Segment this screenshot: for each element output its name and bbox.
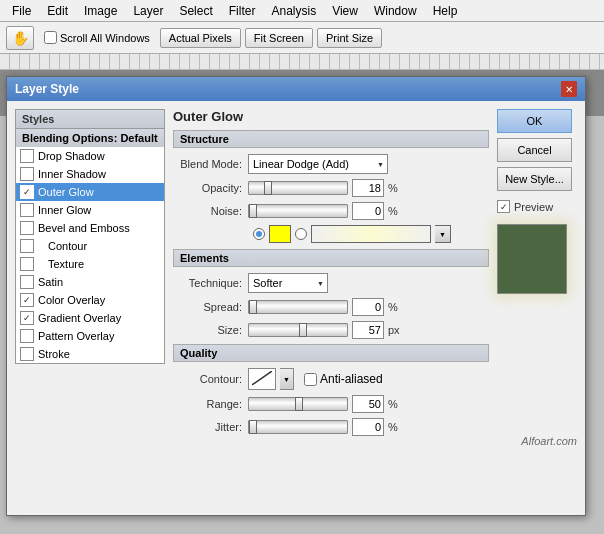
pattern-overlay-checkbox bbox=[20, 329, 34, 343]
dialog-close-button[interactable]: ✕ bbox=[561, 81, 577, 97]
size-input[interactable] bbox=[352, 321, 384, 339]
dialog-title: Layer Style bbox=[15, 82, 79, 96]
texture-label: Texture bbox=[48, 258, 84, 270]
style-item-blending-options[interactable]: Blending Options: Default bbox=[16, 129, 164, 147]
style-item-inner-shadow[interactable]: Inner Shadow bbox=[16, 165, 164, 183]
new-style-button[interactable]: New Style... bbox=[497, 167, 572, 191]
menu-select[interactable]: Select bbox=[171, 2, 220, 20]
blending-options-label: Blending Options: Default bbox=[22, 132, 158, 144]
contour-thumbnail[interactable] bbox=[248, 368, 276, 390]
range-input[interactable] bbox=[352, 395, 384, 413]
range-control: % bbox=[248, 395, 489, 413]
size-control: px bbox=[248, 321, 489, 339]
size-slider-track[interactable] bbox=[248, 323, 348, 337]
style-item-color-overlay[interactable]: Color Overlay bbox=[16, 291, 164, 309]
stroke-label: Stroke bbox=[38, 348, 70, 360]
blend-mode-control: Linear Dodge (Add) bbox=[248, 154, 489, 174]
noise-unit: % bbox=[388, 205, 406, 217]
gradient-dropdown-button[interactable]: ▼ bbox=[435, 225, 451, 243]
spread-slider-track[interactable] bbox=[248, 300, 348, 314]
opacity-input[interactable] bbox=[352, 179, 384, 197]
range-slider-track[interactable] bbox=[248, 397, 348, 411]
style-item-bevel-emboss[interactable]: Bevel and Emboss bbox=[16, 219, 164, 237]
contour-control: ▼ Anti-aliased bbox=[248, 368, 489, 390]
menu-image[interactable]: Image bbox=[76, 2, 125, 20]
style-item-drop-shadow[interactable]: Drop Shadow bbox=[16, 147, 164, 165]
preview-box bbox=[497, 224, 567, 294]
style-item-gradient-overlay[interactable]: Gradient Overlay bbox=[16, 309, 164, 327]
technique-row: Technique: Softer Precise bbox=[173, 273, 489, 293]
menu-analysis[interactable]: Analysis bbox=[263, 2, 324, 20]
size-slider-thumb[interactable] bbox=[299, 323, 307, 337]
menu-layer[interactable]: Layer bbox=[125, 2, 171, 20]
jitter-input[interactable] bbox=[352, 418, 384, 436]
print-size-button[interactable]: Print Size bbox=[317, 28, 382, 48]
preview-label-row: ✓ Preview bbox=[497, 200, 577, 213]
style-item-satin[interactable]: Satin bbox=[16, 273, 164, 291]
dialog-overlay: Layer Style ✕ Styles Blending Options: D… bbox=[2, 72, 604, 534]
style-item-inner-glow[interactable]: Inner Glow bbox=[16, 201, 164, 219]
ok-button[interactable]: OK bbox=[497, 109, 572, 133]
jitter-slider-thumb[interactable] bbox=[249, 420, 257, 434]
range-label: Range: bbox=[173, 398, 248, 410]
spread-slider-thumb[interactable] bbox=[249, 300, 257, 314]
menu-view[interactable]: View bbox=[324, 2, 366, 20]
menu-filter[interactable]: Filter bbox=[221, 2, 264, 20]
opacity-slider-track[interactable] bbox=[248, 181, 348, 195]
menu-window[interactable]: Window bbox=[366, 2, 425, 20]
elements-header: Elements bbox=[173, 249, 489, 267]
dialog-titlebar: Layer Style ✕ bbox=[7, 77, 585, 101]
layer-style-dialog: Layer Style ✕ Styles Blending Options: D… bbox=[6, 76, 586, 516]
style-item-texture[interactable]: Texture bbox=[16, 255, 164, 273]
gradient-preview[interactable] bbox=[311, 225, 431, 243]
size-row: Size: px bbox=[173, 321, 489, 339]
contour-checkbox bbox=[20, 239, 34, 253]
spread-input[interactable] bbox=[352, 298, 384, 316]
jitter-slider-track[interactable] bbox=[248, 420, 348, 434]
range-slider-thumb[interactable] bbox=[295, 397, 303, 411]
style-item-pattern-overlay[interactable]: Pattern Overlay bbox=[16, 327, 164, 345]
style-item-stroke[interactable]: Stroke bbox=[16, 345, 164, 363]
bevel-emboss-label: Bevel and Emboss bbox=[38, 222, 130, 234]
menu-file[interactable]: File bbox=[4, 2, 39, 20]
dialog-body: Styles Blending Options: Default Drop Sh… bbox=[7, 101, 585, 449]
menubar: File Edit Image Layer Select Filter Anal… bbox=[0, 0, 604, 22]
gradient-radio[interactable] bbox=[295, 228, 307, 240]
preview-checkbox[interactable]: ✓ bbox=[497, 200, 510, 213]
color-swatch[interactable] bbox=[269, 225, 291, 243]
noise-slider-track[interactable] bbox=[248, 204, 348, 218]
scroll-all-checkbox[interactable] bbox=[44, 31, 57, 44]
solid-color-radio[interactable] bbox=[253, 228, 265, 240]
noise-slider-thumb[interactable] bbox=[249, 204, 257, 218]
actual-pixels-button[interactable]: Actual Pixels bbox=[160, 28, 241, 48]
right-panel: OK Cancel New Style... ✓ Preview bbox=[497, 109, 577, 441]
drop-shadow-label: Drop Shadow bbox=[38, 150, 105, 162]
contour-field-label: Contour: bbox=[173, 373, 248, 385]
anti-aliased-checkbox[interactable] bbox=[304, 373, 317, 386]
spread-label: Spread: bbox=[173, 301, 248, 313]
scroll-all-label: Scroll All Windows bbox=[60, 32, 150, 44]
style-item-contour[interactable]: Contour bbox=[16, 237, 164, 255]
technique-select[interactable]: Softer Precise bbox=[248, 273, 328, 293]
style-item-outer-glow[interactable]: Outer Glow bbox=[16, 183, 164, 201]
fit-screen-button[interactable]: Fit Screen bbox=[245, 28, 313, 48]
drop-shadow-checkbox bbox=[20, 149, 34, 163]
toolbar: ✋ Scroll All Windows Actual Pixels Fit S… bbox=[0, 22, 604, 54]
size-label: Size: bbox=[173, 324, 248, 336]
noise-label: Noise: bbox=[173, 205, 248, 217]
technique-select-wrapper: Softer Precise bbox=[248, 273, 328, 293]
noise-input[interactable] bbox=[352, 202, 384, 220]
cancel-button[interactable]: Cancel bbox=[497, 138, 572, 162]
inner-shadow-checkbox bbox=[20, 167, 34, 181]
hand-tool-button[interactable]: ✋ bbox=[6, 26, 34, 50]
opacity-slider-thumb[interactable] bbox=[264, 181, 272, 195]
blend-mode-select[interactable]: Linear Dodge (Add) bbox=[248, 154, 388, 174]
watermark-text: Alfoart.com bbox=[521, 435, 577, 447]
contour-dropdown-button[interactable]: ▼ bbox=[280, 368, 294, 390]
range-unit: % bbox=[388, 398, 406, 410]
inner-shadow-label: Inner Shadow bbox=[38, 168, 106, 180]
menu-edit[interactable]: Edit bbox=[39, 2, 76, 20]
jitter-unit: % bbox=[388, 421, 406, 433]
menu-help[interactable]: Help bbox=[425, 2, 466, 20]
styles-list: Blending Options: Default Drop Shadow In… bbox=[15, 129, 165, 364]
